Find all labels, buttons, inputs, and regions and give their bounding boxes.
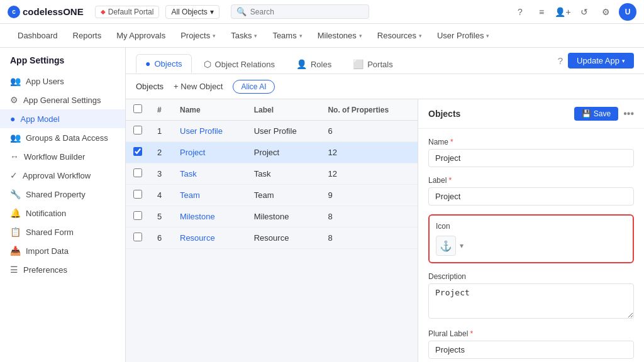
nav-teams[interactable]: Teams▾	[265, 24, 309, 48]
icon-display: ⚓	[436, 236, 456, 256]
notification-icon: 🔔	[10, 208, 21, 218]
sidebar-label-groups: Groups & Data Access	[26, 133, 108, 143]
tab-portals[interactable]: ⬜ Portals	[343, 54, 402, 74]
row-props-2: 12	[320, 142, 418, 163]
preferences-icon: ☰	[10, 265, 18, 275]
row-name-4[interactable]: Team	[180, 190, 200, 200]
history-icon[interactable]: ↺	[576, 4, 592, 20]
nav-resources[interactable]: Resources▾	[370, 24, 430, 48]
sidebar-item-app-users[interactable]: 👥 App Users	[0, 72, 125, 90]
description-field-input[interactable]: Project	[428, 283, 634, 319]
nav-user-profiles[interactable]: User Profiles▾	[430, 24, 497, 48]
row-name-1[interactable]: User Profile	[180, 126, 223, 136]
sidebar-item-shared-form[interactable]: 📋 Shared Form	[0, 222, 125, 241]
sidebar-item-import-data[interactable]: 📥 Import Data	[0, 241, 125, 260]
nav-milestones[interactable]: Milestones▾	[310, 24, 370, 48]
groups-icon: 👥	[10, 133, 21, 143]
portal-badge[interactable]: ◆ Default Portal	[95, 6, 160, 18]
approval-icon: ✓	[10, 170, 18, 180]
panel-body: Name * Label * Icon	[418, 129, 644, 362]
menu-icon[interactable]: ≡	[533, 4, 550, 20]
plural-label-field-label: Plural Label *	[428, 329, 634, 338]
row-num-6: 6	[150, 228, 172, 249]
user-add-icon[interactable]: 👤+	[555, 4, 571, 20]
row-checkbox-6[interactable]	[133, 233, 142, 241]
all-objects-button[interactable]: All Objects ▾	[165, 5, 219, 19]
row-checkbox-5[interactable]	[133, 211, 142, 220]
sidebar-item-notification[interactable]: 🔔 Notification	[0, 204, 125, 222]
row-num-4: 4	[150, 185, 172, 206]
search-icon: 🔍	[236, 7, 247, 16]
nav-my-approvals[interactable]: My Approvals	[109, 24, 173, 48]
portal-label: Default Portal	[108, 8, 154, 16]
second-nav: Dashboard Reports My Approvals Projects▾…	[0, 24, 644, 48]
logo: c codelessONE	[8, 6, 84, 18]
logo-icon: c	[8, 6, 20, 18]
row-checkbox-3[interactable]	[133, 168, 142, 177]
table-row[interactable]: 4 Team Team 9	[126, 185, 418, 206]
sidebar-title: App Settings	[0, 55, 125, 72]
row-label-2: Project	[247, 142, 321, 163]
sidebar-label-app-general-settings: App General Settings	[23, 96, 101, 105]
save-button[interactable]: 💾 Save	[574, 107, 618, 121]
table-panel: # Name Label No. of Properties 1 User Pr…	[126, 99, 644, 362]
label-field-input[interactable]	[428, 187, 634, 206]
right-panel-actions: 💾 Save •••	[574, 107, 634, 121]
row-name-6[interactable]: Resource	[180, 233, 215, 243]
nav-dashboard[interactable]: Dashboard	[10, 24, 65, 48]
objects-tab-icon: ●	[145, 58, 150, 69]
sidebar-item-preferences[interactable]: ☰ Preferences	[0, 260, 125, 279]
sidebar-item-app-general-settings[interactable]: ⚙ App General Settings	[0, 90, 125, 109]
sidebar-item-approval-workflow[interactable]: ✓ Approval Workflow	[0, 166, 125, 185]
tab-objects-label: Objects	[154, 59, 182, 69]
table-row[interactable]: 2 Project Project 12	[126, 142, 418, 163]
table-row[interactable]: 5 Milestone Milestone 8	[126, 206, 418, 228]
alice-ai-button[interactable]: Alice AI	[233, 80, 274, 94]
nav-projects[interactable]: Projects▾	[173, 24, 223, 48]
col-name: Name	[172, 99, 247, 121]
tabs-bar: ● Objects ⬡ Object Relations 👤 Roles ⬜ P…	[126, 48, 644, 74]
table-area: # Name Label No. of Properties 1 User Pr…	[126, 99, 418, 362]
sidebar-item-groups-data-access[interactable]: 👥 Groups & Data Access	[0, 128, 125, 147]
row-checkbox-1[interactable]	[133, 126, 142, 134]
sidebar-item-shared-property[interactable]: 🔧 Shared Property	[0, 185, 125, 204]
main-layout: App Settings 👥 App Users ⚙ App General S…	[0, 48, 644, 362]
right-panel-header: Objects 💾 Save •••	[418, 99, 644, 129]
objects-table: # Name Label No. of Properties 1 User Pr…	[126, 99, 418, 249]
row-name-2[interactable]: Project	[180, 148, 205, 157]
nav-tasks[interactable]: Tasks▾	[223, 24, 265, 48]
table-row[interactable]: 6 Resource Resource 8	[126, 228, 418, 249]
avatar[interactable]: U	[619, 3, 636, 21]
col-label: Label	[247, 99, 321, 121]
tab-object-relations[interactable]: ⬡ Object Relations	[194, 54, 284, 74]
tab-help-icon[interactable]: ?	[558, 55, 563, 66]
row-name-3[interactable]: Task	[180, 169, 197, 178]
help-icon[interactable]: ?	[512, 4, 528, 20]
row-checkbox-4[interactable]	[133, 190, 142, 199]
tab-objects[interactable]: ● Objects	[136, 54, 192, 74]
select-all-checkbox[interactable]	[133, 104, 142, 113]
settings-icon[interactable]: ⚙	[597, 4, 614, 20]
row-name-5[interactable]: Milestone	[180, 212, 215, 221]
sidebar-item-workflow-builder[interactable]: ↔ Workflow Builder	[0, 147, 125, 166]
object-relations-tab-icon: ⬡	[204, 59, 211, 69]
col-properties: No. of Properties	[320, 99, 418, 121]
icon-caret[interactable]: ▾	[460, 241, 464, 250]
top-bar: c codelessONE ◆ Default Portal All Objec…	[0, 0, 644, 24]
update-app-button[interactable]: Update App ▾	[568, 53, 634, 69]
new-object-button[interactable]: + New Object	[169, 79, 228, 94]
app-general-icon: ⚙	[10, 95, 18, 105]
nav-reports[interactable]: Reports	[65, 24, 109, 48]
table-row[interactable]: 3 Task Task 12	[126, 163, 418, 185]
row-props-6: 8	[320, 228, 418, 249]
sidebar-label-preferences: Preferences	[23, 265, 67, 275]
plural-label-field-input[interactable]	[428, 341, 634, 359]
name-field-input[interactable]	[428, 149, 634, 167]
row-checkbox-2[interactable]	[133, 147, 142, 156]
tab-roles[interactable]: 👤 Roles	[287, 54, 341, 74]
search-input[interactable]	[250, 8, 364, 16]
sidebar-label-app-model: App Model	[20, 114, 59, 124]
sidebar-item-app-model[interactable]: ● App Model	[0, 109, 125, 128]
table-row[interactable]: 1 User Profile User Profile 6	[126, 121, 418, 142]
more-options-button[interactable]: •••	[623, 108, 634, 119]
